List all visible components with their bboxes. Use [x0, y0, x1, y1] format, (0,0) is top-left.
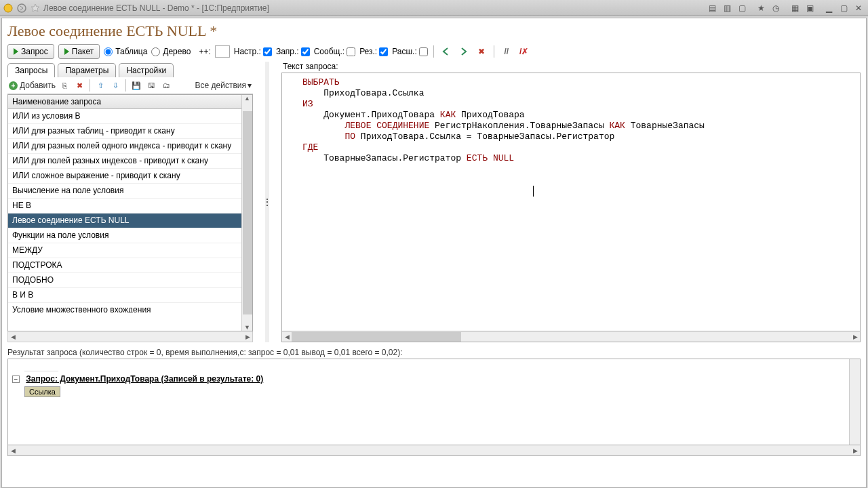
query-list[interactable]: ИЛИ из условия ВИЛИ для разных таблиц - … [8, 109, 241, 312]
load-button[interactable]: 🗂 [160, 79, 172, 92]
list-item[interactable]: ПОДСТРОКА [8, 258, 241, 273]
ext-check[interactable]: Расш.: [392, 47, 428, 56]
list-item[interactable]: ИЛИ для полей разных индексов - приводит… [8, 154, 241, 169]
scroll-left-arrow[interactable]: ◀ [8, 447, 18, 454]
result-body[interactable]: − Запрос: Документ.ПриходТовара (Записей… [8, 359, 849, 445]
tab-settings[interactable]: Настройки [119, 63, 174, 77]
scroll-right-arrow[interactable]: ▶ [243, 333, 252, 340]
list-header[interactable]: Наименование запроса [8, 95, 241, 109]
scroll-right-arrow[interactable]: ▶ [850, 333, 860, 340]
scroll-thumb[interactable] [243, 111, 252, 314]
tb-calc-icon[interactable]: ▦ [789, 3, 801, 14]
plus-circle-icon: + [9, 81, 18, 90]
query-checkbox[interactable] [301, 47, 310, 56]
add-label: Добавить [20, 81, 56, 90]
delete-item-button[interactable]: ✖ [73, 79, 85, 92]
scroll-left-arrow[interactable]: ◀ [282, 333, 292, 340]
list-vscrollbar[interactable]: ▲ ▼ [241, 95, 252, 331]
result-checkbox[interactable] [379, 47, 388, 56]
nav-back-button[interactable] [439, 45, 453, 58]
messages-checkbox[interactable] [347, 47, 355, 56]
nav-circle-icon[interactable] [16, 3, 27, 14]
list-item[interactable]: ИЛИ из условия В [8, 109, 241, 124]
play-icon [64, 48, 69, 55]
view-tree-radio[interactable]: Дерево [151, 47, 191, 56]
list-item[interactable]: ИЛИ для разных таблиц - приводит к скану [8, 124, 241, 139]
all-actions-label: Все действия [195, 81, 246, 90]
all-actions-menu[interactable]: Все действия ▾ [195, 81, 252, 90]
list-item[interactable]: ПОДОБНО [8, 273, 241, 288]
minimize-button[interactable]: ▁ [823, 3, 835, 14]
content-area: Левое соединение ЕСТЬ NULL * Запрос Паке… [1, 18, 867, 488]
save-button[interactable]: 💾 [130, 79, 142, 92]
tree-collapse-toggle[interactable]: − [12, 375, 20, 383]
tab-parameters[interactable]: Параметры [58, 63, 116, 77]
scroll-right-arrow[interactable]: ▶ [850, 447, 860, 454]
run-query-button[interactable]: Запрос [7, 44, 54, 59]
list-item[interactable]: Функции на поле условия [8, 228, 241, 243]
settings-check[interactable]: Настр.: [234, 47, 272, 56]
list-item[interactable]: Вычисление на поле условия [8, 184, 241, 199]
list-item[interactable]: Условие множественного вхождения [8, 303, 241, 312]
move-down-button[interactable]: ⇩ [109, 79, 121, 92]
save-as-button[interactable]: 🖫 [145, 79, 157, 92]
nav-forward-button[interactable] [457, 45, 471, 58]
messages-check[interactable]: Сообщ.: [314, 47, 355, 56]
view-table-radio[interactable]: Таблица [104, 47, 147, 56]
star-icon[interactable] [30, 3, 41, 14]
settings-label: Настр.: [234, 47, 261, 56]
tb-doc-icon[interactable]: ▤ [706, 3, 718, 14]
list-item[interactable]: НЕ В [8, 199, 241, 214]
settings-checkbox[interactable] [263, 47, 272, 56]
result-check-label: Рез.: [359, 47, 377, 56]
list-item[interactable]: МЕЖДУ [8, 243, 241, 258]
tab-queries[interactable]: Запросы [7, 63, 55, 77]
scroll-track[interactable] [18, 332, 243, 342]
copy-button[interactable]: ⎘ [58, 79, 71, 92]
add-button[interactable]: + Добавить [9, 81, 56, 90]
vertical-splitter[interactable]: ⋮ [265, 62, 269, 342]
tb-sheet-icon[interactable]: ▥ [721, 3, 733, 14]
result-area: − Запрос: Документ.ПриходТовара (Записей… [7, 359, 861, 445]
result-column-header[interactable]: Ссылка [24, 386, 60, 397]
list-hscrollbar[interactable]: ◀ ▶ [7, 331, 253, 342]
scroll-thumb[interactable] [292, 332, 461, 342]
tb-cal-icon[interactable]: ▣ [804, 3, 816, 14]
scroll-down-arrow[interactable]: ▼ [244, 324, 250, 331]
messages-label: Сообщ.: [314, 47, 344, 56]
close-button[interactable]: ✕ [852, 3, 865, 14]
titlebar-shortcut-group: ▤ ▥ ▢ [705, 3, 749, 14]
chevron-down-icon: ▾ [248, 81, 252, 90]
comment-button[interactable]: // [500, 45, 513, 58]
result-check[interactable]: Рез.: [359, 47, 388, 56]
delete-button[interactable]: ✖ [475, 45, 488, 58]
tabbar: Запросы Параметры Настройки [7, 63, 253, 77]
run-packet-button[interactable]: Пакет [58, 44, 100, 59]
svg-point-0 [4, 4, 12, 12]
tb-clock-icon[interactable]: ◷ [770, 3, 782, 14]
list-item[interactable]: Левое соединение ЕСТЬ NULL [8, 214, 241, 228]
query-editor[interactable]: ВЫБРАТЬ ПриходТовара.Ссылка ИЗ Документ.… [282, 73, 860, 331]
result-vscrollbar[interactable] [849, 359, 860, 445]
result-hscrollbar[interactable]: ◀ ▶ [7, 445, 861, 456]
view-tree-input[interactable] [151, 47, 160, 56]
main-toolbar: Запрос Пакет Таблица Дерево ++: Настр.: … [7, 44, 861, 59]
tb-page-icon[interactable]: ▢ [736, 3, 748, 14]
ext-label: Расш.: [392, 47, 417, 56]
tb-fav-icon[interactable]: ★ [755, 3, 767, 14]
scroll-up-arrow[interactable]: ▲ [244, 95, 250, 102]
result-group-title[interactable]: Запрос: Документ.ПриходТовара (Записей в… [26, 374, 263, 384]
query-check[interactable]: Запр.: [276, 47, 310, 56]
maximize-button[interactable]: ▢ [837, 3, 850, 14]
plus-minus-input[interactable] [215, 45, 230, 58]
move-up-button[interactable]: ⇧ [94, 79, 106, 92]
list-item[interactable]: ИЛИ для разных полей одного индекса - пр… [8, 139, 241, 154]
editor-hscrollbar[interactable]: ◀ ▶ [281, 331, 861, 342]
list-item[interactable]: ИЛИ сложное выражение - приводит к скану [8, 169, 241, 184]
uncomment-button[interactable]: /✗ [517, 45, 531, 58]
ext-checkbox[interactable] [419, 47, 428, 56]
list-item[interactable]: В И В [8, 288, 241, 303]
view-table-input[interactable] [104, 47, 113, 56]
right-panel: Текст запроса: ВЫБРАТЬ ПриходТовара.Ссыл… [281, 62, 861, 342]
scroll-left-arrow[interactable]: ◀ [8, 333, 18, 340]
